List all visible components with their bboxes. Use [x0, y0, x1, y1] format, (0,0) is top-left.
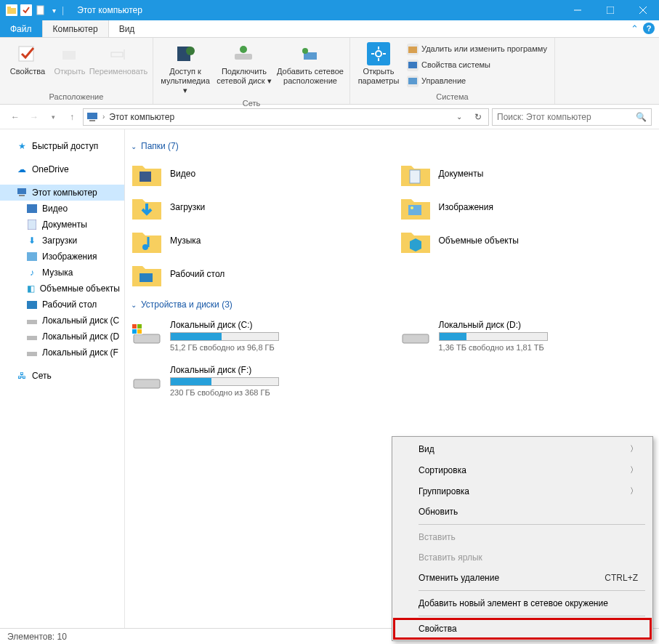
- tab-computer[interactable]: Компьютер: [42, 20, 109, 37]
- breadcrumb[interactable]: Этот компьютер: [109, 112, 174, 122]
- sidebar-item-video[interactable]: Видео: [0, 201, 124, 217]
- ctx-item-paste-shortcut: Вставить ярлык: [394, 547, 651, 568]
- svg-rect-48: [403, 334, 429, 343]
- sidebar-item-quick-access[interactable]: ★Быстрый доступ: [0, 138, 124, 154]
- svg-rect-31: [27, 252, 37, 261]
- nav-recent-button[interactable]: ▾: [45, 109, 61, 125]
- separator: [419, 590, 645, 591]
- search-box[interactable]: 🔍: [492, 108, 652, 126]
- sidebar-item-disk-d[interactable]: Локальный диск (D: [0, 329, 124, 345]
- svg-rect-47: [137, 329, 142, 334]
- address-bar-row: ← → ▾ ↑ › Этот компьютер ⌄ ↻ 🔍: [0, 105, 659, 129]
- ctx-item-refresh[interactable]: Обновить: [394, 502, 651, 522]
- ctx-item-properties[interactable]: Свойства: [394, 619, 651, 639]
- sidebar-item-network[interactable]: 🖧Сеть: [0, 368, 124, 384]
- svg-rect-46: [132, 329, 137, 334]
- folder-desktop[interactable]: Рабочий стол: [131, 259, 385, 289]
- nav-back-button[interactable]: ←: [7, 109, 23, 125]
- nav-up-button[interactable]: ↑: [64, 109, 80, 125]
- folder-3d-objects[interactable]: Объемные объекты: [400, 225, 654, 256]
- svg-point-40: [142, 244, 148, 250]
- drive-usage-bar: [170, 377, 279, 386]
- ribbon-manage-button[interactable]: Управление: [404, 74, 550, 89]
- folder-icon[interactable]: [6, 4, 17, 16]
- drive-c[interactable]: Локальный диск (C:) 51,2 ГБ свободно из …: [131, 317, 385, 355]
- qat-dropdown-icon[interactable]: ▾: [49, 7, 59, 15]
- titlebar: ▾ | Этот компьютер: [0, 0, 659, 20]
- folders-grid: Видео Документы Загрузки Изображения Муз…: [131, 158, 653, 289]
- svg-rect-42: [134, 334, 160, 343]
- chevron-right-icon: 〉: [630, 464, 638, 475]
- ribbon-collapse-icon[interactable]: ⌃: [631, 23, 639, 34]
- cube-icon: ◧: [26, 283, 36, 294]
- new-item-icon[interactable]: [35, 4, 47, 16]
- minimize-button[interactable]: [561, 0, 594, 20]
- folder-music[interactable]: Музыка: [131, 225, 385, 256]
- properties-icon[interactable]: [20, 4, 32, 16]
- ribbon-uninstall-button[interactable]: Удалить или изменить программу: [404, 42, 550, 57]
- svg-rect-22: [408, 47, 417, 53]
- help-icon[interactable]: ?: [643, 23, 655, 34]
- ribbon-group-system: Система: [350, 91, 554, 104]
- section-drives-header[interactable]: ⌄Устройства и диски (3): [131, 299, 653, 310]
- sidebar-item-onedrive[interactable]: ☁OneDrive: [0, 161, 124, 177]
- ctx-item-add-network-element[interactable]: Добавить новый элемент в сетевое окружен…: [394, 593, 651, 613]
- drive-d[interactable]: Локальный диск (D:) 1,36 ТБ свободно из …: [400, 317, 654, 355]
- sidebar-item-this-pc[interactable]: Этот компьютер: [0, 185, 124, 201]
- svg-rect-13: [235, 54, 252, 60]
- sidebar-item-documents[interactable]: Документы: [0, 217, 124, 233]
- ribbon-add-network-location-button[interactable]: Добавить сетевое расположение: [275, 41, 345, 87]
- svg-rect-49: [134, 379, 160, 388]
- svg-point-39: [411, 206, 413, 209]
- computer-icon: [86, 112, 98, 122]
- sidebar-item-pictures[interactable]: Изображения: [0, 249, 124, 265]
- tab-file[interactable]: Файл: [0, 20, 42, 37]
- sidebar-item-downloads[interactable]: ⬇Загрузки: [0, 233, 124, 249]
- refresh-icon[interactable]: ↻: [471, 112, 485, 122]
- sidebar-item-3d-objects[interactable]: ◧Объемные объекты: [0, 281, 124, 297]
- svg-rect-29: [27, 204, 37, 213]
- folder-icon: [401, 161, 430, 186]
- svg-point-12: [186, 47, 195, 55]
- sidebar-item-disk-c[interactable]: Локальный диск (C: [0, 313, 124, 329]
- folder-downloads[interactable]: Загрузки: [131, 192, 385, 222]
- close-button[interactable]: [626, 0, 659, 20]
- folder-video[interactable]: Видео: [131, 158, 385, 189]
- ribbon-media-button[interactable]: Доступ к мультимедиа ▾: [158, 41, 213, 97]
- search-icon[interactable]: 🔍: [636, 112, 647, 122]
- address-bar[interactable]: › Этот компьютер ⌄ ↻: [83, 108, 489, 126]
- pictures-icon: [26, 251, 38, 262]
- network-icon: 🖧: [16, 370, 28, 382]
- ctx-item-group[interactable]: Группировка〉: [394, 480, 651, 502]
- sidebar-item-desktop[interactable]: Рабочий стол: [0, 297, 124, 313]
- drive-f[interactable]: Локальный диск (F:) 230 ГБ свободно из 3…: [131, 362, 385, 400]
- ribbon-open-settings-button[interactable]: Открыть параметры: [355, 41, 403, 87]
- ctx-item-undo[interactable]: Отменить удалениеCTRL+Z: [394, 568, 651, 588]
- ctx-item-sort[interactable]: Сортировка〉: [394, 459, 651, 480]
- sidebar-item-disk-f[interactable]: Локальный диск (F: [0, 345, 124, 361]
- ribbon-group-location: Расположение: [0, 91, 153, 104]
- status-item-count: Элементов: 10: [7, 632, 67, 642]
- nav-forward-button[interactable]: →: [26, 109, 42, 125]
- folder-pictures[interactable]: Изображения: [400, 192, 654, 222]
- svg-rect-30: [28, 220, 36, 230]
- svg-rect-28: [19, 195, 25, 196]
- folder-icon: [132, 195, 161, 220]
- ribbon-properties-button[interactable]: Свойства: [4, 41, 51, 78]
- drive-icon: [132, 320, 161, 345]
- ribbon-map-drive-button[interactable]: Подключить сетевой диск ▾: [214, 41, 274, 87]
- maximize-button[interactable]: [594, 0, 626, 20]
- svg-rect-9: [111, 52, 123, 57]
- folder-documents[interactable]: Документы: [400, 158, 654, 189]
- svg-rect-34: [27, 336, 37, 340]
- ctx-item-view[interactable]: Вид〉: [394, 438, 651, 459]
- section-folders-header[interactable]: ⌄Папки (7): [131, 141, 653, 151]
- svg-rect-7: [19, 47, 33, 61]
- folder-icon: [401, 228, 430, 253]
- svg-point-14: [240, 46, 247, 53]
- ribbon-system-properties-button[interactable]: Свойства системы: [404, 58, 550, 73]
- address-dropdown-icon[interactable]: ⌄: [452, 113, 466, 121]
- sidebar-item-music[interactable]: ♪Музыка: [0, 265, 124, 281]
- tab-view[interactable]: Вид: [109, 20, 145, 37]
- search-input[interactable]: [497, 112, 631, 122]
